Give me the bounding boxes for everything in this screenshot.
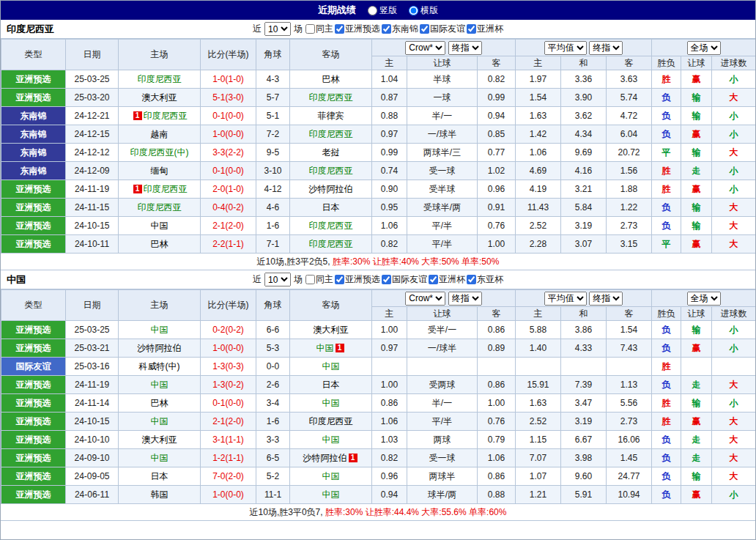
filter-checkbox-input[interactable] — [382, 24, 391, 34]
vertical-layout-radio[interactable] — [368, 6, 377, 15]
home-team-cell: 韩国 — [119, 486, 201, 504]
match-row: 亚洲预选24-09-10中国1-2(1-1)6-5沙特阿拉伯10.82受一球1.… — [1, 449, 756, 467]
average-select[interactable]: 平均值 — [544, 292, 587, 306]
team-name: 巴林 — [151, 398, 168, 408]
filter-checkbox-input[interactable] — [305, 24, 315, 34]
recent-count-select[interactable]: 10 — [264, 273, 291, 286]
subcol-euro-home: 主 — [516, 56, 561, 70]
subcol-euro-home: 主 — [516, 307, 561, 321]
result-goals: 小 — [712, 339, 756, 358]
match-score: 1-0(0-0) — [201, 486, 256, 504]
layout-option-horizontal[interactable]: 横版 — [409, 4, 438, 17]
filter-checkbox-input[interactable] — [420, 24, 429, 34]
match-score: 1-2(1-1) — [201, 449, 256, 467]
match-row: 东南锦24-12-12印度尼西亚(中)3-3(2-2)9-5老挝0.99两球半/… — [1, 144, 756, 162]
bookmaker-select[interactable]: Crow* — [405, 292, 445, 306]
result-handicap: 走 — [681, 376, 712, 394]
euro-draw-odds: 3.19 — [561, 217, 607, 235]
match-date: 24-10-11 — [66, 235, 119, 254]
away-team-cell: 中国1 — [290, 339, 372, 358]
away-team-cell: 中国 — [290, 358, 372, 376]
average-select[interactable]: 平均值 — [544, 41, 587, 55]
match-row: 亚洲预选24-11-19中国1-3(0-2)2-6日本1.00受两球0.8615… — [1, 376, 756, 394]
subcol-winlose: 胜负 — [652, 56, 681, 70]
filter-checkbox[interactable]: 同主 — [305, 273, 333, 286]
competition-type: 东南锦 — [1, 107, 66, 125]
result-winlose: 胜 — [652, 162, 681, 180]
euro-draw-odds: 4.16 — [561, 162, 607, 180]
filter-checkbox-input[interactable] — [335, 275, 344, 284]
euro-draw-odds: 7.39 — [561, 376, 607, 394]
filter-checkbox[interactable]: 同主 — [305, 23, 333, 35]
asian-handicap-line: 一/球半 — [407, 339, 478, 358]
away-team-cell: 印度尼西亚 — [290, 217, 372, 235]
red-card-badge: 1 — [349, 454, 357, 462]
filter-checkbox-input[interactable] — [467, 275, 476, 284]
euro-draw-odds: 9.69 — [561, 144, 607, 162]
match-date: 25-03-20 — [66, 89, 119, 107]
subcol-asian-handicap: 让球 — [407, 307, 478, 321]
subcol-goals-result: 进球数 — [712, 307, 756, 321]
result-goals: 大 — [712, 467, 756, 486]
filter-checkbox[interactable]: 亚洲预选 — [335, 23, 380, 35]
filter-checkbox-input[interactable] — [429, 275, 438, 284]
topbar: 近期战绩 竖版 横版 — [1, 1, 755, 20]
euro-home-odds: 11.43 — [516, 199, 561, 217]
result-group: 全场 — [652, 290, 756, 307]
scope-select[interactable]: 全场 — [687, 41, 721, 55]
asian-stage-select[interactable]: 终指 — [448, 41, 482, 55]
asian-handicap-line: 平/半 — [407, 413, 478, 431]
result-handicap: 走 — [681, 449, 712, 467]
competition-type: 亚洲预选 — [1, 70, 66, 89]
filter-checkbox[interactable]: 国际友谊 — [420, 23, 465, 35]
results-tbody: 亚洲预选25-03-25印度尼西亚1-0(1-0)4-3巴林1.04半球0.82… — [1, 70, 756, 254]
filter-checkbox-input[interactable] — [382, 275, 391, 284]
euro-draw-odds: 3.07 — [561, 235, 607, 254]
result-winlose: 负 — [652, 467, 681, 486]
red-card-badge: 1 — [336, 344, 344, 352]
filter-suffix: 场 — [294, 273, 303, 286]
home-team-cell: 中国 — [119, 449, 201, 467]
layout-option-vertical[interactable]: 竖版 — [368, 4, 397, 17]
team-name: 印度尼西亚 — [144, 184, 188, 194]
filter-checkbox-input[interactable] — [305, 275, 315, 284]
recent-count-select[interactable]: 10 — [264, 22, 291, 36]
result-group: 全场 — [652, 40, 756, 56]
subcol-asian-away: 客 — [478, 56, 516, 70]
filter-checkbox[interactable]: 东南锦 — [382, 23, 418, 35]
corner-count: 4-12 — [256, 180, 290, 199]
corner-count: 11-1 — [256, 486, 290, 504]
filter-checkbox[interactable]: 亚洲杯 — [429, 273, 465, 286]
filter-checkbox-input[interactable] — [467, 24, 476, 34]
team-name: 日本 — [322, 380, 340, 390]
filter-checkbox[interactable]: 亚洲预选 — [335, 273, 380, 286]
filter-checkbox[interactable]: 东亚杯 — [467, 273, 503, 286]
away-team-cell: 印度尼西亚 — [290, 413, 372, 431]
match-score: 1-0(1-0) — [201, 70, 256, 89]
team-name: 中国 — [322, 361, 340, 371]
filter-checkbox-list: 同主亚洲预选东南锦国际友谊亚洲杯 — [305, 23, 503, 35]
filter-checkbox-input[interactable] — [335, 24, 344, 34]
corner-count: 7-1 — [256, 235, 290, 254]
asian-handicap-line: 受一球 — [407, 449, 478, 467]
result-goals: 大 — [712, 376, 756, 394]
subcol-asian-home: 主 — [372, 307, 407, 321]
asian-handicap-line: 一/球半 — [407, 125, 478, 144]
euro-stage-select[interactable]: 终指 — [589, 292, 623, 306]
corner-count: 3-10 — [256, 162, 290, 180]
filter-checkbox-list: 同主亚洲预选国际友谊亚洲杯东亚杯 — [305, 273, 503, 286]
asian-stage-select[interactable]: 终指 — [448, 292, 482, 306]
filter-checkbox[interactable]: 亚洲杯 — [467, 23, 503, 35]
scope-select[interactable]: 全场 — [687, 292, 721, 306]
bookmaker-select[interactable]: Crow* — [405, 41, 445, 55]
col-score: 比分(半场) — [201, 290, 256, 321]
euro-home-odds: 1.42 — [516, 125, 561, 144]
home-team-cell: 中国 — [119, 376, 201, 394]
euro-away-odds: 1.45 — [607, 449, 652, 467]
away-team-cell: 印度尼西亚 — [290, 89, 372, 107]
col-type: 类型 — [1, 40, 66, 70]
filter-checkbox[interactable]: 国际友谊 — [382, 273, 427, 286]
table-header-row-1: 类型 日期 主场 比分(半场) 角球 客场 Crow* 终指 平均值 终指 — [1, 40, 756, 56]
horizontal-layout-radio[interactable] — [409, 6, 418, 15]
euro-stage-select[interactable]: 终指 — [589, 41, 623, 55]
